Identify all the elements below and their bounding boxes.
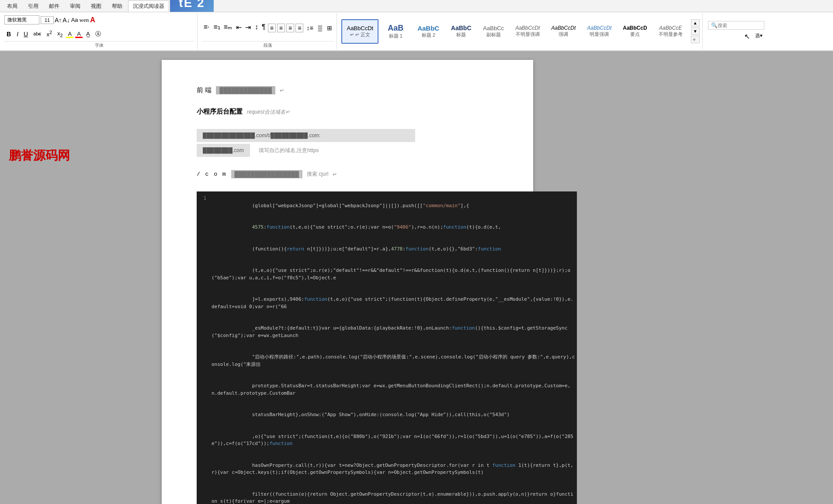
font-color2-btn[interactable]: A <box>75 30 83 38</box>
numbered-list-btn[interactable]: ≡₁ <box>212 22 221 32</box>
doc-main: 前 端 █████████████ ↵ 小程序后台配置 request合法域名↵… <box>153 51 833 504</box>
align-left-btn[interactable]: ≡ <box>268 24 276 32</box>
style-biaoti2[interactable]: AaBbC 标题 2 <box>413 19 444 44</box>
ribbon-toolbar: 微软雅黑 11 A↑ A↓ Aa wen A B I U abc̶ x <box>0 12 833 51</box>
path-prefix: / c o m <box>197 171 227 177</box>
style-book-title[interactable]: AaBbCcE 不明显参考 <box>654 19 687 44</box>
ribbon-tabs: 布局 引用 邮件 审阅 视图 帮助 沉浸式阅读器 tE 2 <box>0 0 833 12</box>
select-tools-btn[interactable]: 选▾ <box>753 31 764 42</box>
tab-reference[interactable]: 引用 <box>23 0 43 12</box>
sort-btn[interactable]: ↕ <box>253 23 260 31</box>
highlight-color-btn[interactable]: A <box>66 30 73 38</box>
path-section: / c o m ████████████████ 搜索 cjurl ↵ <box>197 170 498 178</box>
url-section: ██████████████.com/t/██████████.com: ███… <box>197 129 498 157</box>
code-line-10: ,o){"use strict";(function(t,e){o("880b"… <box>197 426 577 455</box>
tab-review[interactable]: 审阅 <box>65 0 85 12</box>
code-line-2: 4575:function(t,e,o){"use strict";o.r(e)… <box>197 217 577 239</box>
style-biaoti1[interactable]: AaB 标题 1 <box>380 19 411 44</box>
font-grow-btn[interactable]: A↑ <box>55 17 62 24</box>
indent-increase-btn[interactable]: ⇥ <box>244 23 252 32</box>
section2-subtitle: request合法域名↵ <box>247 108 290 116</box>
style-intense-emphasis[interactable]: AaBbCcDt 明显强调 <box>582 19 616 44</box>
font-size-controls: 11 A↑ A↓ <box>41 16 70 24</box>
search-hint: 搜索 cjurl <box>307 170 328 178</box>
search-icon: 🔍 <box>711 22 718 28</box>
text-border-btn[interactable]: Ⓐ <box>94 29 103 39</box>
code-editor-container: 1 (global["webpackJsonp"]=global["webpac… <box>197 191 498 504</box>
paragraph-group-label: 段落 <box>202 41 334 49</box>
paragraph-controls: ≡· ≡₁ ≡ₘ ⇤ ⇥ ↕ ¶ ≡ ≡ ≡ <box>202 14 334 40</box>
code-line-3: (function(){return n[t]}))};u;e["default… <box>197 238 577 260</box>
tab-view[interactable]: 视图 <box>86 0 106 12</box>
style-zhengwen[interactable]: AaBbCcDt ↵ ↵ 正文 <box>341 19 378 44</box>
url-block-1: ██████████████.com/t/██████████.com: <box>197 129 415 142</box>
font-name-dropdown[interactable]: 微软雅黑 <box>4 15 39 24</box>
italic-btn[interactable]: I <box>15 30 20 38</box>
superscript-btn[interactable]: x2 <box>45 29 54 38</box>
char-shading-btn[interactable]: A̲ <box>84 30 92 38</box>
font-group: 微软雅黑 11 A↑ A↓ Aa wen A B I U abc̶ x <box>2 13 198 49</box>
align-right-btn[interactable]: ≡ <box>286 24 294 32</box>
ribbon: 布局 引用 邮件 审阅 视图 帮助 沉浸式阅读器 tE 2 微软雅黑 11 A↑… <box>0 0 833 51</box>
align-center-btn[interactable]: ≡ <box>277 24 285 32</box>
bullet-list-btn[interactable]: ≡· <box>202 22 212 32</box>
search-area: 🔍 ↖ 选▾ <box>705 13 768 49</box>
document-area: 鹏誉源码网 对接后台的地址 必须https 标识必须一致 前 端 ███████… <box>0 51 833 504</box>
search-box[interactable]: 🔍 <box>708 21 764 30</box>
style-biaoti3[interactable]: AaBbC 标题 <box>446 19 476 44</box>
section1-blurred: █████████████ <box>216 86 275 94</box>
section-miniapp: 小程序后台配置 request合法域名↵ <box>197 108 498 116</box>
code-line-5: ]=l.exports),9406:function(t,e,o){"use s… <box>197 289 577 318</box>
strikethrough-btn[interactable]: abc̶ <box>31 30 43 38</box>
paragraph-group: ≡· ≡₁ ≡ₘ ⇤ ⇥ ↕ ¶ ≡ ≡ ≡ <box>199 13 337 49</box>
border-btn[interactable]: ⊞ <box>325 24 334 32</box>
style-subtitle[interactable]: AaBbCc 副标题 <box>478 19 509 44</box>
select-cursor-btn[interactable]: ↖ <box>743 31 752 42</box>
subscript-btn[interactable]: x2 <box>56 29 65 39</box>
code-line-9: statusBarHeight},onShow:("App Show"),onH… <box>197 404 577 426</box>
style-strong[interactable]: AaBbCcD 要点 <box>618 19 652 44</box>
code-line-8: prototype.StatusBar=t.statusBarHeight;va… <box>197 375 577 404</box>
styles-group: AaBbCcDt ↵ ↵ 正文 AaB 标题 1 AaBbC 标题 2 AaBb… <box>339 13 702 49</box>
path-enter: ↵ <box>333 171 337 177</box>
page-canvas: 前 端 █████████████ ↵ 小程序后台配置 request合法域名↵… <box>162 60 533 504</box>
style-subtle-emphasis[interactable]: AaBbCcDt 不明显强调 <box>510 19 545 44</box>
line-spacing-btn[interactable]: ↕≡ <box>305 24 315 32</box>
url-note: 填写自己的域名,注意https <box>259 147 319 154</box>
brand-text: 鹏誉源码网 <box>9 147 144 164</box>
tab-help[interactable]: 帮助 <box>107 0 127 12</box>
underline-btn[interactable]: U <box>22 30 30 38</box>
path-blurred: ████████████████ <box>231 170 302 178</box>
text-effects-btn[interactable]: wen <box>80 17 89 24</box>
font-shrink-btn[interactable]: A↓ <box>62 17 69 24</box>
bold-btn[interactable]: B <box>4 29 13 39</box>
style-gallery-expand[interactable]: ▿ <box>691 36 700 43</box>
code-line-6: _esModule?t:{default:t}}var u={globalDat… <box>197 318 577 347</box>
style-emphasis[interactable]: AaBbCcDt 强调 <box>546 19 580 44</box>
style-gallery-scroll[interactable]: ▲ ▼ ▿ <box>691 19 700 43</box>
tab-immersive[interactable]: 沉浸式阅读器 <box>128 0 169 12</box>
align-justify-btn[interactable]: ≡ <box>295 24 303 32</box>
font-color-btn[interactable]: A <box>90 16 95 24</box>
te2-badge: tE 2 <box>170 0 214 12</box>
style-scroll-down[interactable]: ▼ <box>691 28 700 35</box>
show-hide-btn[interactable]: ¶ <box>260 23 267 31</box>
style-scroll-up[interactable]: ▲ <box>691 19 700 27</box>
search-input[interactable] <box>718 23 761 28</box>
code-line-11: hasOwnProperty.call(t,r)){var t=new?Obje… <box>197 455 577 483</box>
tab-mail[interactable]: 邮件 <box>44 0 64 12</box>
section-frontend: 前 端 █████████████ ↵ <box>197 86 498 94</box>
clear-format-btn[interactable]: Aa <box>71 17 78 23</box>
multilevel-list-btn[interactable]: ≡ₘ <box>222 22 233 32</box>
code-line-1: 1 (global["webpackJsonp"]=global["webpac… <box>197 195 577 217</box>
url-block-2: ████████.com <box>197 144 250 157</box>
shading-btn[interactable]: ▒ <box>316 24 324 32</box>
font-group-label: 字体 <box>4 41 194 49</box>
cursor-tools: ↖ 选▾ <box>743 31 764 42</box>
indent-decrease-btn[interactable]: ⇤ <box>235 23 243 32</box>
section1-enter: ↵ <box>280 87 284 94</box>
tab-layout[interactable]: 布局 <box>2 0 22 12</box>
code-editor[interactable]: 1 (global["webpackJsonp"]=global["webpac… <box>197 191 577 504</box>
font-size-input[interactable]: 11 <box>41 16 54 24</box>
code-line-7: "启动小程序的路径:",e.path),console.log("启动小程序的场… <box>197 347 577 375</box>
